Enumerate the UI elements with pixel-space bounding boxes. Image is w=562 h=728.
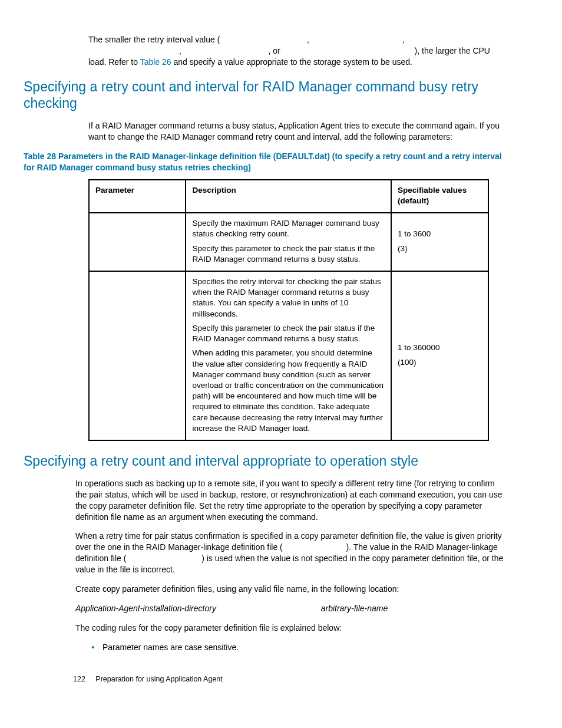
path-part-b: arbitrary-file-name [321, 604, 388, 613]
cell-description: Specify the maximum RAID Manager command… [186, 213, 391, 271]
text: , [307, 35, 309, 44]
parameters-table: Parameter Description Specifiable values… [88, 179, 489, 441]
page-number: 122 [73, 675, 85, 683]
table-row: Specify the maximum RAID Manager command… [89, 213, 488, 271]
table-header-row: Parameter Description Specifiable values… [89, 180, 488, 213]
list-item: Parameter names are case sensitive. [99, 642, 505, 653]
path-part-a: Application-Agent-installation-directory [75, 604, 216, 613]
spec-line: 1 to 3600 [398, 229, 482, 239]
cell-parameter [89, 213, 186, 271]
page-container: The smaller the retry interval value ( ,… [0, 0, 562, 685]
desc-para: Specify this parameter to check the pair… [192, 243, 385, 265]
rules-list: Parameter names are case sensitive. [24, 642, 505, 653]
section1-heading: Specifying a retry count and interval fo… [24, 78, 505, 113]
cell-description: Specifies the retry interval for checkin… [186, 271, 391, 440]
desc-para: When adding this parameter, you should d… [192, 348, 385, 434]
text: , or [269, 46, 280, 55]
intro-paragraph: The smaller the retry interval value ( ,… [88, 34, 505, 68]
cell-parameter [89, 271, 186, 440]
col-header-parameter: Parameter [89, 180, 186, 213]
section2-p2: When a retry time for pair status confir… [75, 531, 505, 575]
footer-title: Preparation for using Application Agent [95, 675, 222, 683]
section1-intro: If a RAID Manager command returns a busy… [88, 120, 505, 143]
desc-para: Specifies the retry interval for checkin… [192, 276, 385, 319]
section2-p1: In operations such as backing up to a re… [75, 478, 505, 523]
cell-spec: 1 to 360000 (100) [391, 271, 488, 440]
spec-line: 1 to 360000 [398, 342, 482, 353]
desc-para: Specify the maximum RAID Manager command… [192, 218, 385, 239]
section2-path: Application-Agent-installation-directory… [75, 603, 505, 614]
text: , [179, 46, 181, 55]
text: ) is used when the value is not specifie… [75, 554, 503, 574]
table-caption: Table 28 Parameters in the RAID Manager-… [24, 151, 505, 173]
col-header-spec: Specifiable values (default) [391, 180, 488, 213]
spec-line: (3) [398, 243, 482, 254]
section2-p3: Create copy parameter definition files, … [75, 584, 505, 595]
section2-heading: Specifying a retry count and interval ap… [24, 453, 505, 470]
section2-p4: The coding rules for the copy parameter … [75, 622, 505, 634]
text: The smaller the retry interval value ( [88, 35, 220, 44]
desc-para: Specify this parameter to check the pair… [192, 323, 385, 344]
table-row: Specifies the retry interval for checkin… [89, 271, 488, 440]
page-footer: 122 Preparation for using Application Ag… [73, 675, 223, 683]
table-26-link[interactable]: Table 26 [140, 57, 171, 67]
col-header-description: Description [186, 180, 391, 213]
cell-spec: 1 to 3600 (3) [391, 213, 488, 271]
text: , [402, 35, 405, 44]
spec-line: (100) [398, 357, 482, 368]
text: and specify a value appropriate to the s… [171, 57, 412, 67]
